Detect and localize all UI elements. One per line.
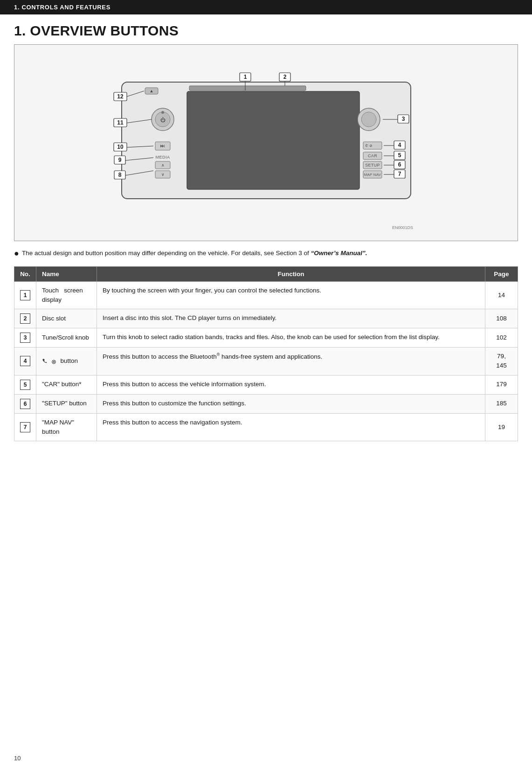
num-box-7: 7 <box>20 422 30 432</box>
section-title: 1. CONTROLS AND FEATURES <box>14 4 111 11</box>
features-table: No. Name Function Page 1 Touch screen di… <box>14 266 518 442</box>
diagram-container: ▲ ⏻ ⏭ MEDIA ∧ ∨ ✆ ⊘ CAR SET <box>14 44 518 241</box>
svg-text:5: 5 <box>398 152 401 159</box>
row-no: 7 <box>14 413 36 441</box>
row-function: Insert a disc into this slot. The CD pla… <box>97 309 485 328</box>
num-box-2: 2 <box>20 313 30 324</box>
svg-text:11: 11 <box>117 119 124 126</box>
row-no: 3 <box>14 328 36 347</box>
row-function: By touching the screen with your finger,… <box>97 281 485 309</box>
svg-text:∧: ∧ <box>161 163 164 167</box>
svg-text:▲: ▲ <box>149 89 153 93</box>
svg-text:EN0001DS: EN0001DS <box>392 225 413 230</box>
col-header-function: Function <box>97 266 485 281</box>
row-page: 185 <box>485 394 518 413</box>
num-box-3: 3 <box>20 333 30 343</box>
svg-text:⊗: ⊗ <box>51 358 56 365</box>
svg-text:∨: ∨ <box>161 172 164 177</box>
page-number: 10 <box>14 755 21 762</box>
bullet-note: ● The actual design and button position … <box>14 249 518 259</box>
row-function: Press this button to access the navigati… <box>97 413 485 441</box>
row-page: 14 <box>485 281 518 309</box>
svg-text:4: 4 <box>398 142 401 148</box>
section-header: 1. CONTROLS AND FEATURES <box>0 0 532 14</box>
svg-rect-1 <box>187 91 359 189</box>
row-name: ⊗ button <box>36 347 97 375</box>
registered-mark: ® <box>217 352 220 357</box>
row-page: 19 <box>485 413 518 441</box>
svg-text:2: 2 <box>283 74 286 80</box>
row-no: 5 <box>14 375 36 394</box>
svg-text:✆ ⊘: ✆ ⊘ <box>365 144 372 148</box>
phone-icon <box>42 358 48 365</box>
svg-text:9: 9 <box>118 157 121 163</box>
row-function: Press this button to customize the funct… <box>97 394 485 413</box>
table-row: 6 "SETUP" button Press this button to cu… <box>14 394 518 413</box>
row-page: 179 <box>485 375 518 394</box>
num-box-6: 6 <box>20 399 30 409</box>
svg-point-7 <box>161 111 164 114</box>
svg-point-17 <box>361 112 376 127</box>
col-header-name: Name <box>36 266 97 281</box>
table-row: 4 ⊗ button Press this button to access t… <box>14 347 518 375</box>
num-box-4: 4 <box>20 356 30 366</box>
svg-text:10: 10 <box>117 144 124 150</box>
svg-rect-2 <box>189 86 306 90</box>
row-no: 2 <box>14 309 36 328</box>
svg-text:7: 7 <box>398 171 401 177</box>
table-row: 2 Disc slot Insert a disc into this slot… <box>14 309 518 328</box>
num-box-1: 1 <box>20 290 30 300</box>
row-no: 6 <box>14 394 36 413</box>
row-name: Touch screen display <box>36 281 97 309</box>
row-function: Press this button to access the Bluetoot… <box>97 347 485 375</box>
bullet-text: The actual design and button position ma… <box>22 249 367 258</box>
row-page: 108 <box>485 309 518 328</box>
svg-text:CAR: CAR <box>368 153 377 158</box>
bullet-dot: ● <box>14 249 19 259</box>
svg-text:3: 3 <box>401 116 405 122</box>
row-name: Disc slot <box>36 309 97 328</box>
row-no: 4 <box>14 347 36 375</box>
table-row: 5 "CAR" button* Press this button to acc… <box>14 375 518 394</box>
col-header-no: No. <box>14 266 36 281</box>
bluetooth-icon: ⊗ <box>51 358 57 365</box>
page-title: 1. OVERVIEW BUTTONS <box>0 14 532 44</box>
row-page: 102 <box>485 328 518 347</box>
svg-text:1: 1 <box>243 74 247 80</box>
row-name: "CAR" button* <box>36 375 97 394</box>
device-diagram: ▲ ⏻ ⏭ MEDIA ∧ ∨ ✆ ⊘ CAR SET <box>84 54 448 231</box>
svg-text:6: 6 <box>398 161 401 168</box>
row-name: "MAP NAV" button <box>36 413 97 441</box>
svg-text:8: 8 <box>118 172 121 178</box>
row-name: "SETUP" button <box>36 394 97 413</box>
num-box-5: 5 <box>20 380 30 390</box>
table-row: 1 Touch screen display By touching the s… <box>14 281 518 309</box>
row-name: Tune/Scroll knob <box>36 328 97 347</box>
row-function: Turn this knob to select radio station b… <box>97 328 485 347</box>
svg-text:MAP NAV: MAP NAV <box>364 173 381 177</box>
row-function: Press this button to access the vehicle … <box>97 375 485 394</box>
svg-text:12: 12 <box>117 93 124 100</box>
table-row: 3 Tune/Scroll knob Turn this knob to sel… <box>14 328 518 347</box>
svg-text:SETUP: SETUP <box>365 163 380 167</box>
table-row: 7 "MAP NAV" button Press this button to … <box>14 413 518 441</box>
row-no: 1 <box>14 281 36 309</box>
row-page: 79, 145 <box>485 347 518 375</box>
svg-text:⏭: ⏭ <box>160 143 165 148</box>
svg-text:⏻: ⏻ <box>160 117 165 123</box>
col-header-page: Page <box>485 266 518 281</box>
svg-text:MEDIA: MEDIA <box>155 155 170 160</box>
